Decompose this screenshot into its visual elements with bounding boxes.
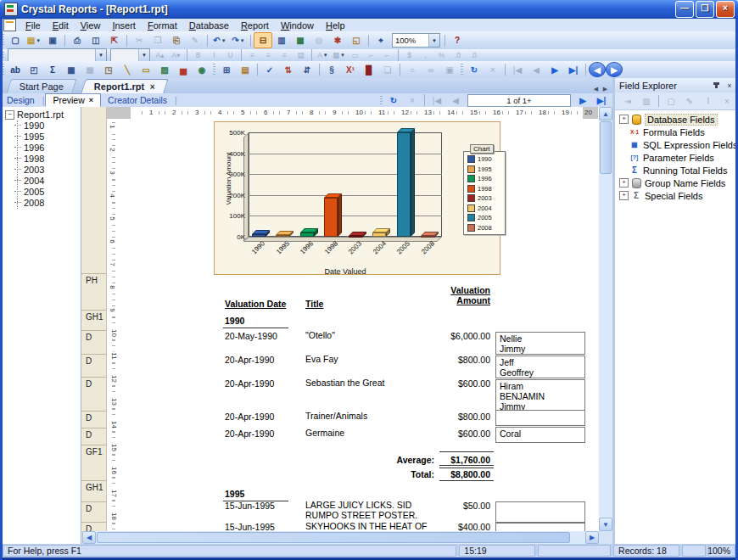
insert-picture-icon[interactable]: ▨: [155, 62, 174, 78]
section-expert-icon[interactable]: §: [322, 62, 341, 78]
forward-icon[interactable]: ▶: [606, 62, 623, 77]
scroll-up-icon[interactable]: ▲: [599, 107, 612, 120]
expand-icon[interactable]: +: [619, 178, 629, 188]
last-page-icon[interactable]: ▶|: [592, 93, 611, 107]
report-chart[interactable]: 0K100K200K300K400K500K199019951996199820…: [214, 121, 500, 275]
field-valuation-date[interactable]: 20-May-1990: [225, 331, 303, 341]
names-box[interactable]: [495, 501, 585, 523]
fe-item-formula-fields[interactable]: X·1Formula Fields: [615, 126, 738, 138]
insert-line-icon[interactable]: ╲: [118, 62, 137, 78]
expand-icon[interactable]: +: [619, 191, 629, 200]
tab-start-page[interactable]: Start Page: [6, 79, 77, 93]
undo-icon[interactable]: ↶▼: [210, 32, 229, 48]
field-valuation-date[interactable]: 15-Jun-1995: [225, 522, 303, 531]
expand-icon[interactable]: +: [619, 115, 629, 124]
print-icon[interactable]: ⎙: [68, 32, 87, 48]
group-tree-item-2004[interactable]: 2004: [14, 175, 81, 186]
performance-information-icon[interactable]: ✱: [328, 32, 347, 48]
group-tree-item-1996[interactable]: 1996: [14, 142, 81, 153]
fe-item-special-fields[interactable]: +ΣSpecial Fields: [615, 189, 738, 202]
field-valuation-amount[interactable]: $600.00: [405, 378, 490, 389]
menu-window[interactable]: Window: [275, 20, 320, 31]
field-valuation-date[interactable]: 20-Apr-1990: [225, 428, 303, 439]
highlighting-expert-icon[interactable]: ▉: [360, 62, 378, 78]
collapse-icon[interactable]: −: [5, 110, 14, 120]
open-report-icon[interactable]: ▤▼: [25, 32, 43, 48]
menu-insert[interactable]: Insert: [106, 20, 142, 31]
print-preview-icon[interactable]: ◫: [87, 32, 105, 48]
vertical-scrollbar[interactable]: ▲▼: [599, 107, 612, 531]
field-valuation-amount[interactable]: $400.00: [405, 522, 490, 531]
next-page-icon[interactable]: ▶: [545, 62, 564, 78]
insert-cross-tab-icon[interactable]: ▦: [62, 62, 81, 78]
insert-text-object-icon[interactable]: ab: [6, 62, 25, 78]
chart-bar-2004[interactable]: [372, 232, 390, 237]
tab-design[interactable]: Design: [0, 94, 42, 106]
field-valuation-amount[interactable]: $50.00: [405, 501, 490, 511]
names-box[interactable]: Coral: [495, 427, 585, 443]
record-sort-expert-icon[interactable]: ⇵: [298, 62, 316, 78]
toggle-group-tree-icon[interactable]: ⊟: [254, 32, 272, 48]
save-icon[interactable]: ▣: [43, 32, 62, 48]
field-explorer-icon[interactable]: ▥: [272, 32, 291, 48]
tab-report1-rpt[interactable]: Report1.rpt×: [81, 79, 169, 93]
insert-map-icon[interactable]: ◉: [193, 62, 211, 78]
tab-preview[interactable]: Preview×: [45, 93, 101, 107]
find-icon[interactable]: ⌖: [372, 32, 390, 48]
field-valuation-date[interactable]: 20-Apr-1990: [225, 378, 303, 389]
insert-group-icon[interactable]: ◰: [25, 62, 43, 78]
group-header-1995[interactable]: 1995: [225, 489, 244, 499]
panel-close-icon[interactable]: ×: [724, 80, 735, 91]
v-scroll-thumb[interactable]: [600, 121, 612, 174]
menu-help[interactable]: Help: [320, 20, 351, 31]
insert-box-icon[interactable]: ▭: [137, 62, 155, 78]
database-expert-icon[interactable]: ▤: [236, 62, 254, 78]
paste-icon[interactable]: ⎘: [167, 32, 186, 48]
formula-workshop-icon[interactable]: X¹: [341, 62, 360, 78]
context-help-icon[interactable]: ?: [448, 32, 467, 48]
field-valuation-amount[interactable]: $800.00: [405, 355, 490, 365]
report-explorer-icon[interactable]: ▦: [291, 32, 310, 48]
refresh-icon[interactable]: ↻: [465, 62, 484, 78]
menu-report[interactable]: Report: [235, 20, 275, 31]
group-tree-root[interactable]: −Report1.rpt: [5, 109, 81, 120]
field-valuation-date[interactable]: 15-Jun-1995: [225, 501, 303, 511]
group-header-1990[interactable]: 1990: [225, 316, 244, 326]
chart-bar-2005[interactable]: [397, 132, 415, 237]
tab-creator-details[interactable]: Creator Details: [101, 94, 174, 106]
field-valuation-amount[interactable]: $800.00: [405, 412, 490, 422]
insert-chart-icon[interactable]: ▅: [174, 62, 193, 78]
group-tree-item-2003[interactable]: 2003: [14, 164, 81, 175]
field-valuation-date[interactable]: 20-Apr-1990: [225, 412, 303, 422]
insert-subreport-icon[interactable]: ◳: [99, 62, 118, 78]
field-valuation-amount[interactable]: $600.00: [405, 428, 490, 439]
names-box[interactable]: [495, 410, 585, 426]
tab-scroll-right-icon[interactable]: ▶: [601, 84, 609, 93]
chart-bar-1995[interactable]: [276, 235, 294, 237]
menu-database[interactable]: Database: [183, 20, 235, 31]
menu-format[interactable]: Format: [142, 20, 183, 31]
maximize-button[interactable]: ❐: [696, 1, 714, 18]
names-box[interactable]: HiramBENJAMINJimmy: [495, 379, 585, 412]
field-valuation-date[interactable]: 20-Apr-1990: [225, 355, 303, 365]
chart-bar-1998[interactable]: [324, 198, 342, 237]
fe-item-database-fields[interactable]: +Database Fields: [615, 113, 738, 126]
group-tree-item-1998[interactable]: 1998: [14, 153, 81, 164]
chart-bar-1996[interactable]: [300, 232, 318, 237]
last-page-icon[interactable]: ▶|: [564, 62, 583, 78]
field-valuation-amount[interactable]: $6,000.00: [405, 331, 490, 341]
export-icon[interactable]: ⇱: [105, 32, 124, 48]
menu-edit[interactable]: Edit: [47, 20, 75, 31]
tab-scroll-left-icon[interactable]: ◀: [592, 84, 600, 93]
menu-view[interactable]: View: [75, 20, 107, 31]
fe-item-group-name-fields[interactable]: +Group Name Fields: [615, 176, 738, 189]
pin-icon[interactable]: [710, 80, 722, 91]
view-tab-close-icon[interactable]: ×: [89, 96, 93, 104]
fe-item-sql-expression-fields[interactable]: ▦SQL Expression Fields: [615, 138, 738, 151]
redo-dropdown-icon[interactable]: ▼: [240, 38, 245, 43]
minimize-button[interactable]: —: [675, 1, 694, 18]
chart-bar-2003[interactable]: [349, 236, 366, 237]
group-tree-item-1995[interactable]: 1995: [14, 131, 81, 142]
new-report-icon[interactable]: ▢: [6, 32, 25, 48]
back-icon[interactable]: ◀: [589, 62, 606, 77]
